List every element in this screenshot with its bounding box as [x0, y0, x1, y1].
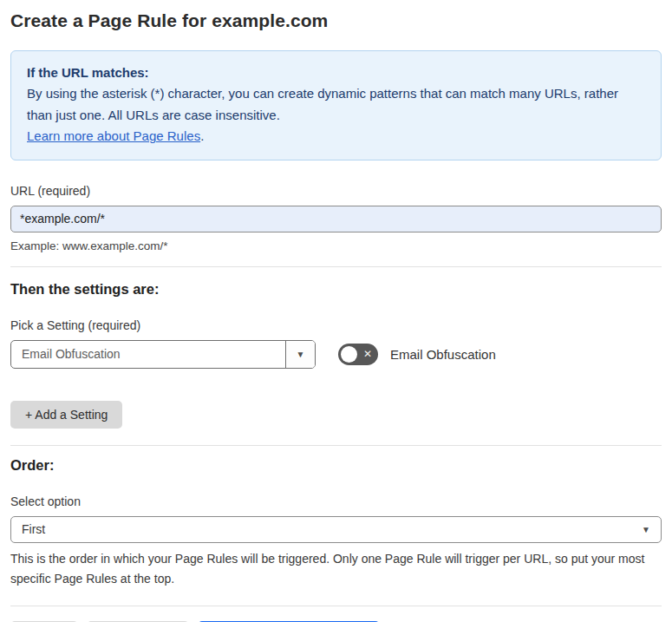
- setting-select[interactable]: Email Obfuscation ▼: [10, 340, 316, 369]
- order-select-label: Select option: [10, 494, 662, 508]
- order-select[interactable]: First ▼: [10, 516, 662, 543]
- toggle-label: Email Obfuscation: [390, 347, 496, 362]
- add-setting-button[interactable]: + Add a Setting: [10, 401, 122, 429]
- order-helper-text: This is the order in which your Page Rul…: [10, 549, 662, 589]
- email-obfuscation-toggle[interactable]: ✕: [338, 344, 378, 365]
- url-field-label: URL (required): [10, 184, 662, 198]
- section-divider: [10, 445, 662, 446]
- section-divider: [10, 606, 662, 606]
- page-rule-form: Create a Page Rule for example.com If th…: [0, 10, 672, 622]
- url-input[interactable]: [10, 206, 662, 232]
- toggle-off-x-icon: ✕: [363, 349, 372, 359]
- chevron-down-icon: ▼: [642, 525, 650, 534]
- setting-select-arrow-button[interactable]: ▼: [285, 341, 315, 368]
- setting-select-value: Email Obfuscation: [11, 341, 285, 368]
- toggle-knob: [341, 346, 357, 363]
- email-obfuscation-toggle-wrap: ✕ Email Obfuscation: [338, 344, 496, 365]
- link-suffix: .: [200, 128, 204, 143]
- section-divider: [10, 266, 662, 267]
- info-box-body-text: By using the asterisk (*) character, you…: [27, 86, 618, 121]
- dropdown-arrow-icon: ▼: [297, 350, 305, 359]
- order-select-value: First: [22, 522, 45, 536]
- info-box-link-line: Learn more about Page Rules.: [27, 126, 645, 147]
- url-match-info-box: If the URL matches: By using the asteris…: [10, 50, 662, 160]
- order-section-heading: Order:: [10, 457, 662, 474]
- settings-section-heading: Then the settings are:: [10, 281, 662, 298]
- setting-row: Email Obfuscation ▼ ✕ Email Obfuscation: [10, 340, 662, 369]
- info-box-body: By using the asterisk (*) character, you…: [27, 83, 645, 126]
- url-example-helper: Example: www.example.com/*: [10, 239, 662, 252]
- pick-setting-label: Pick a Setting (required): [10, 318, 662, 332]
- info-box-heading: If the URL matches:: [27, 62, 645, 83]
- page-title: Create a Page Rule for example.com: [10, 10, 662, 31]
- learn-more-link[interactable]: Learn more about Page Rules: [27, 128, 200, 143]
